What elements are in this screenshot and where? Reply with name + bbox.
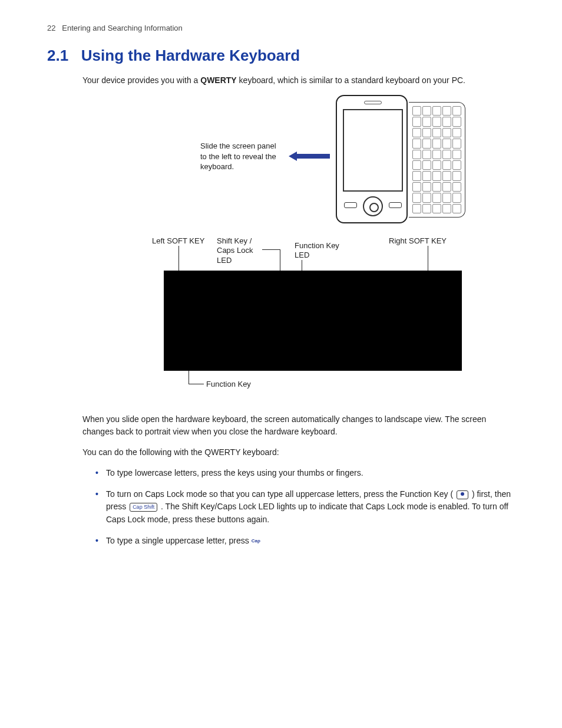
bullet-list: To type lowercase letters, press the key… xyxy=(95,467,515,547)
phone-keyboard-slide xyxy=(409,102,465,218)
intro-paragraph: Your device provides you with a QWERTY k… xyxy=(82,74,515,87)
label-right-soft-key: Right SOFT KEY xyxy=(389,236,447,246)
label-function-key: Function Key xyxy=(206,380,251,389)
label-shift-caps-led: Shift Key / Caps Lock LED xyxy=(217,236,264,265)
function-key-icon xyxy=(457,490,468,499)
label-function-key-led: Function Key LED xyxy=(295,241,353,261)
keyboard-photo-placeholder xyxy=(164,271,462,371)
phone-illustration xyxy=(336,95,471,225)
running-header: 22 Entering and Searching Information xyxy=(47,24,515,32)
bullet-single-uppercase: To type a single uppercase letter, press… xyxy=(95,535,515,548)
section-heading: 2.1 Using the Hardware Keyboard xyxy=(47,47,515,65)
page-number: 22 xyxy=(47,24,55,32)
figure-phone-slide: Slide the screen panel to the left to re… xyxy=(47,95,515,230)
leader-line xyxy=(280,249,280,271)
paragraph-landscape: When you slide open the hardware keyboar… xyxy=(82,413,515,438)
figure-keyboard-labeled: Left SOFT KEY Shift Key / Caps Lock LED … xyxy=(47,236,515,407)
paragraph-you-can: You can do the following with the QWERTY… xyxy=(82,446,515,459)
qwerty-bold: QWERTY xyxy=(200,75,236,85)
phone-keyboard-keys xyxy=(412,106,461,213)
bullet-lowercase: To type lowercase letters, press the key… xyxy=(95,467,515,480)
section-number: 2.1 xyxy=(47,47,68,64)
slide-callout: Slide the screen panel to the left to re… xyxy=(200,141,283,172)
leader-line xyxy=(189,371,189,384)
cap-shift-key-icon: Cap Shift xyxy=(130,503,157,512)
phone-body xyxy=(336,95,408,223)
leader-line xyxy=(178,246,179,271)
page: 22 Entering and Searching Information 2.… xyxy=(0,0,562,728)
label-left-soft-key: Left SOFT KEY xyxy=(152,236,204,246)
slide-arrow-icon xyxy=(289,151,330,161)
leader-line xyxy=(302,260,302,271)
leader-line xyxy=(428,246,428,271)
section-title-text: Using the Hardware Keyboard xyxy=(81,47,300,64)
bullet-caps-lock: To turn on Caps Lock mode so that you ca… xyxy=(95,488,515,526)
phone-dpad xyxy=(363,196,383,216)
cap-key-icon: Cap xyxy=(252,538,260,543)
leader-line xyxy=(262,249,280,250)
chapter-title: Entering and Searching Information xyxy=(62,24,183,32)
phone-screen xyxy=(343,109,403,192)
leader-line xyxy=(189,384,204,384)
